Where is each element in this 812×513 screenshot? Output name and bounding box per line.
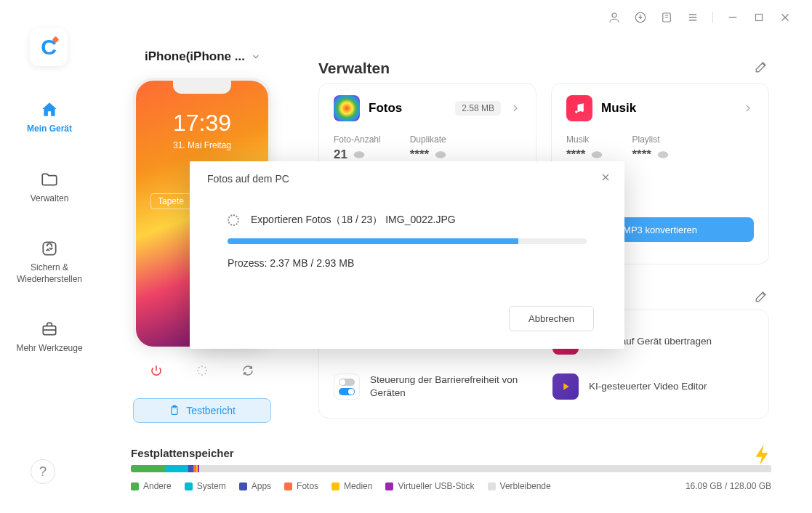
storage-total: 16.09 GB / 128.00 GB bbox=[686, 481, 771, 491]
stat-value: **** bbox=[632, 148, 651, 162]
storage-legend: AndereSystemAppsFotosMedienVirtueller US… bbox=[131, 481, 771, 491]
close-icon[interactable] bbox=[600, 171, 611, 183]
card-title: Fotos bbox=[369, 101, 446, 116]
sidebar-item-label: Mehr Werkzeuge bbox=[16, 343, 82, 355]
svg-point-8 bbox=[354, 151, 365, 158]
power-icon[interactable] bbox=[150, 364, 163, 377]
device-name: iPhone(iPhone ... bbox=[145, 49, 245, 64]
chevron-right-icon bbox=[742, 102, 754, 114]
clipboard-icon bbox=[169, 405, 180, 416]
feedback-icon[interactable] bbox=[660, 11, 673, 24]
svg-point-11 bbox=[658, 151, 669, 158]
shortcut-label: Steuerung der Barrierefreiheit von Gerät… bbox=[370, 373, 535, 400]
dialog-process-text: Prozess: 2.37 MB / 2.93 MB bbox=[228, 257, 587, 269]
folder-icon bbox=[40, 170, 59, 189]
svg-point-0 bbox=[612, 13, 616, 17]
svg-point-10 bbox=[592, 151, 603, 158]
eye-icon bbox=[435, 150, 446, 159]
menu-icon[interactable] bbox=[686, 11, 699, 24]
legend-item: Verbleibende bbox=[488, 481, 551, 491]
loading-icon[interactable] bbox=[196, 364, 209, 377]
phone-time: 17:39 bbox=[136, 110, 268, 137]
stat-value: **** bbox=[410, 148, 429, 162]
maximize-icon[interactable] bbox=[752, 11, 765, 24]
dialog-title: Fotos auf dem PC bbox=[207, 173, 607, 185]
minimize-icon[interactable] bbox=[726, 11, 739, 24]
wallpaper-button[interactable]: Tapete bbox=[150, 193, 191, 209]
sidebar-item-manage[interactable]: Verwalten bbox=[13, 164, 86, 211]
storage-title: Festplattenspeicher bbox=[131, 447, 771, 459]
user-icon[interactable] bbox=[608, 11, 621, 24]
sidebar-item-tools[interactable]: Mehr Werkzeuge bbox=[13, 314, 86, 360]
shortcut-label: KI-gesteuerter Video Editor bbox=[589, 380, 707, 393]
legend-item: Virtueller USB-Stick bbox=[385, 481, 474, 491]
cancel-button[interactable]: Abbrechen bbox=[509, 306, 594, 331]
card-size: 2.58 MB bbox=[455, 101, 501, 116]
progress-bar bbox=[228, 238, 587, 244]
edit-icon[interactable] bbox=[754, 289, 768, 304]
app-logo: C bbox=[30, 28, 68, 66]
help-button[interactable]: ? bbox=[31, 459, 55, 484]
stat-label: Foto-Anzahl bbox=[334, 134, 381, 145]
legend-item: Andere bbox=[131, 481, 172, 491]
shortcut-accessibility[interactable]: Steuerung der Barrierefreiheit von Gerät… bbox=[334, 370, 535, 403]
phone-notch bbox=[173, 81, 231, 94]
stat-label: Duplikate bbox=[410, 134, 446, 145]
stat-label: Musik bbox=[566, 134, 603, 145]
photos-app-icon bbox=[334, 95, 360, 121]
stat-value: **** bbox=[566, 148, 585, 162]
eye-icon bbox=[657, 150, 669, 159]
sidebar: Mein Gerät Verwalten Sichern & Wiederher… bbox=[13, 94, 86, 360]
stat-value: 21 bbox=[334, 148, 347, 162]
backup-icon bbox=[40, 239, 59, 258]
clean-icon[interactable] bbox=[749, 443, 774, 467]
close-icon[interactable] bbox=[779, 11, 792, 24]
card-title: Musik bbox=[601, 101, 733, 116]
sidebar-item-label: Sichern & Wiederherstellen bbox=[13, 262, 86, 285]
eye-icon bbox=[353, 150, 365, 159]
sidebar-item-device[interactable]: Mein Gerät bbox=[13, 94, 86, 141]
sidebar-item-label: Mein Gerät bbox=[27, 124, 72, 135]
video-editor-icon bbox=[552, 373, 579, 400]
refresh-icon[interactable] bbox=[241, 364, 254, 377]
testbericht-button[interactable]: Testbericht bbox=[133, 398, 271, 423]
storage-section: Festplattenspeicher AndereSystemAppsFoto… bbox=[131, 447, 771, 491]
legend-item: Medien bbox=[331, 481, 372, 491]
shortcut-video-editor[interactable]: KI-gesteuerter Video Editor bbox=[552, 370, 754, 403]
svg-rect-3 bbox=[756, 15, 763, 21]
legend-item: Apps bbox=[239, 481, 271, 491]
testbericht-label: Testbericht bbox=[186, 405, 236, 416]
legend-item: Fotos bbox=[284, 481, 318, 491]
progress-fill bbox=[228, 238, 518, 244]
export-dialog: Fotos auf dem PC Exportieren Fotos（18 / … bbox=[190, 161, 624, 349]
sidebar-item-backup[interactable]: Sichern & Wiederherstellen bbox=[13, 233, 86, 291]
eye-icon bbox=[591, 150, 603, 159]
legend-item: System bbox=[185, 481, 226, 491]
sidebar-item-label: Verwalten bbox=[31, 193, 69, 205]
dialog-status-text: Exportieren Fotos（18 / 23） IMG_0022.JPG bbox=[251, 214, 456, 227]
toolbox-icon bbox=[40, 320, 59, 339]
phone-actions bbox=[133, 358, 271, 384]
home-icon bbox=[40, 100, 59, 119]
device-dropdown[interactable]: iPhone(iPhone ... bbox=[145, 49, 261, 64]
stat-label: Playlist bbox=[632, 134, 668, 145]
svg-point-9 bbox=[435, 151, 446, 158]
toggle-icon bbox=[334, 373, 360, 400]
chevron-right-icon bbox=[510, 102, 521, 114]
storage-bar bbox=[131, 465, 771, 472]
titlebar bbox=[587, 0, 812, 35]
edit-icon[interactable] bbox=[754, 60, 768, 74]
phone-date: 31. Mai Freitag bbox=[136, 140, 268, 150]
spinner-icon bbox=[228, 214, 239, 226]
separator bbox=[712, 12, 713, 23]
download-icon[interactable] bbox=[634, 11, 647, 24]
chevron-down-icon bbox=[251, 52, 261, 62]
section-title: Verwalten bbox=[318, 60, 390, 77]
music-app-icon bbox=[566, 95, 592, 121]
